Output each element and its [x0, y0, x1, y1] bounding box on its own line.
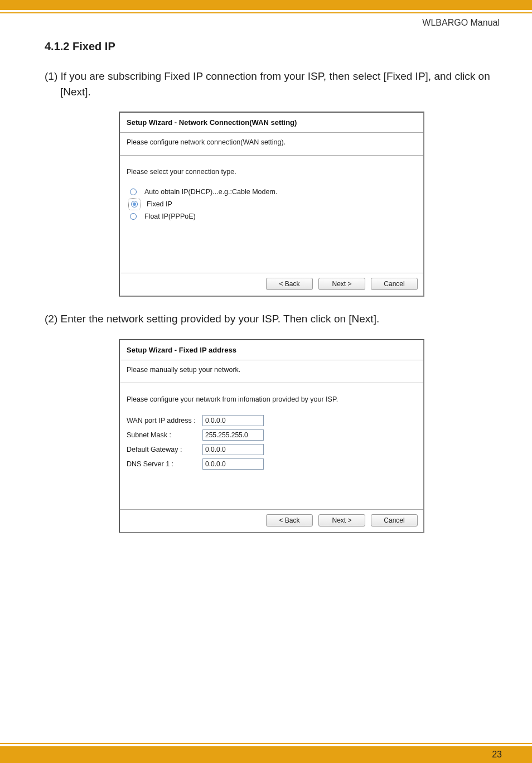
wizard-wan-setting: Setup Wizard - Network Connection(WAN se… — [119, 112, 424, 297]
radio-focus-ring — [130, 200, 139, 209]
step-2-text: (2) Enter the network setting provided b… — [45, 311, 499, 327]
manual-title: WLBARGO Manual — [422, 18, 500, 28]
next-button[interactable]: Next > — [318, 278, 365, 290]
radio-option-dhcp[interactable]: Auto obtain IP(DHCP)...e.g.:Cable Modem. — [130, 186, 417, 198]
wizard1-prompt: Please select your connection type. — [127, 168, 417, 176]
radio-dot-icon — [133, 202, 136, 206]
radio-label: Auto obtain IP(DHCP)...e.g.:Cable Modem. — [144, 188, 277, 196]
back-button[interactable]: < Back — [266, 514, 313, 527]
dns1-label: DNS Server 1 : — [127, 460, 202, 468]
section-title: Fixed IP — [72, 40, 115, 52]
section-heading: 4.1.2 Fixed IP — [45, 40, 499, 53]
wizard2-title: Setup Wizard - Fixed IP address — [120, 340, 423, 360]
wizard2-subtitle: Please manually setup your network. — [120, 360, 423, 383]
radio-label: Float IP(PPPoE) — [144, 213, 196, 220]
subnet-mask-label: Subnet Mask : — [127, 431, 202, 439]
back-button[interactable]: < Back — [266, 278, 313, 290]
page-number: 23 — [492, 750, 502, 760]
radio-option-fixed-ip[interactable]: Fixed IP — [130, 198, 417, 210]
cancel-button[interactable]: Cancel — [371, 514, 418, 527]
cancel-button[interactable]: Cancel — [371, 278, 418, 290]
default-gateway-input[interactable] — [202, 444, 264, 455]
wizard2-prompt: Please configure your network from infom… — [127, 395, 417, 403]
page-bottom-rule — [0, 743, 532, 744]
wan-ip-input[interactable] — [202, 415, 264, 426]
dns1-input[interactable] — [202, 458, 264, 470]
subnet-mask-input[interactable] — [202, 429, 264, 441]
radio-label: Fixed IP — [147, 200, 172, 208]
wizard1-title: Setup Wizard - Network Connection(WAN se… — [120, 113, 423, 133]
page-top-band — [0, 0, 532, 10]
radio-option-pppoe[interactable]: Float IP(PPPoE) — [130, 210, 417, 223]
radio-icon — [131, 201, 138, 207]
radio-icon — [130, 213, 137, 220]
radio-icon — [130, 189, 137, 195]
wan-ip-label: WAN port IP address : — [127, 417, 202, 424]
wizard-fixed-ip: Setup Wizard - Fixed IP address Please m… — [119, 339, 424, 533]
default-gateway-label: Default Gateway : — [127, 446, 202, 453]
step-1-text: (1) If you are subscribing Fixed IP conn… — [45, 69, 499, 99]
section-number: 4.1.2 — [45, 40, 69, 52]
next-button[interactable]: Next > — [318, 514, 365, 527]
wizard1-subtitle: Please configure network connection(WAN … — [120, 133, 423, 156]
